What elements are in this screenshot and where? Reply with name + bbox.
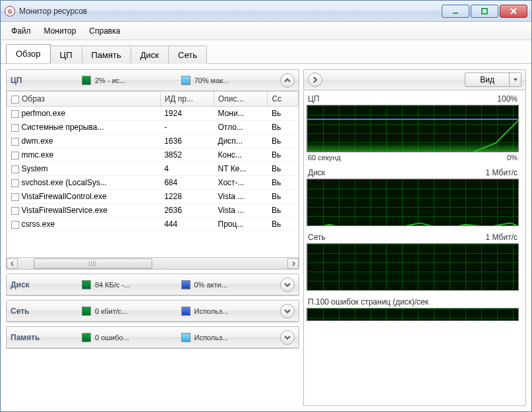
cpu-graph-min: 0% [507,154,517,162]
network-graph-title: Сеть [308,233,326,242]
col-status[interactable]: Сс [268,92,299,107]
table-row[interactable]: dwm.exe1636Дисп...Вь [7,134,299,148]
cell-desc: Отло... [214,121,268,134]
table-row[interactable]: System4NT Ке...Вь [7,162,299,176]
table-row[interactable]: csrss.exe444Проц...Вь [7,218,299,231]
cell-pid: - [160,121,214,134]
titlebar: ⦸ Монитор ресурсов [1,1,531,22]
disk-panel-header[interactable]: Диск 84 КБ/с -... 0% акти... [7,274,299,295]
green-swatch-icon [82,307,91,316]
col-image[interactable]: Образ [7,92,161,107]
right-column: Вид ЦП 100% [303,69,526,406]
disk-graph-max: 1 Мбит/с [486,168,517,177]
cell-status: Вь [268,162,299,176]
cell-pid: 4 [160,162,214,176]
mem-faults-text: 0 ошибо... [95,334,129,341]
view-dropdown[interactable]: Вид [465,73,521,87]
view-label: Вид [465,75,509,84]
row-checkbox[interactable] [11,193,19,201]
row-checkbox[interactable] [11,221,19,229]
disk-panel-title: Диск [11,280,76,289]
window-title: Монитор ресурсов [19,7,442,16]
tab-cpu[interactable]: ЦП [50,45,82,64]
cell-status: Вь [268,148,299,162]
cpu-panel-header[interactable]: ЦП 2% - ис... 70% мак... [7,70,299,91]
row-checkbox[interactable] [11,124,19,132]
cyan-swatch-icon [181,333,191,342]
content: ЦП 2% - ис... 70% мак... [1,64,531,411]
scroll-track[interactable] [18,258,287,269]
cpu-panel-title: ЦП [11,76,76,85]
maximize-button[interactable] [471,5,498,18]
tab-network[interactable]: Сеть [168,45,207,64]
cell-desc: Vista ... [214,204,268,218]
net-util-text: Использ... [194,307,229,315]
scroll-left-button[interactable] [7,258,18,269]
horizontal-scrollbar[interactable] [7,257,299,269]
cell-desc: Vista ... [214,190,268,204]
cell-image: VistaFirewallControl.exe [22,192,107,201]
menu-monitor[interactable]: Монитор [38,24,83,38]
green-swatch-icon [82,333,91,342]
cpu-process-table: Образ ИД пр... Опис... Сс perfmon.exe192… [7,91,299,231]
blue-swatch-icon [181,280,191,289]
row-checkbox[interactable] [11,165,19,173]
disk-io-text: 84 КБ/с -... [95,281,130,289]
col-desc[interactable]: Опис... [214,92,268,107]
table-row[interactable]: svchost.exe (LocalSys...684Хост-...Вь [7,176,299,190]
cell-pid: 1924 [160,107,214,121]
tab-memory[interactable]: Память [82,45,131,64]
graphs-area[interactable]: ЦП 100% 60 секунд 0% [303,90,526,406]
disk-io-metric: 84 КБ/с -... [82,280,176,289]
cell-pid: 1228 [160,190,214,204]
cell-pid: 684 [160,176,214,190]
table-row[interactable]: VistaFirewallControl.exe1228Vista ...Вь [7,190,299,204]
resource-monitor-window: ⦸ Монитор ресурсов Файл Монитор Справка … [0,0,532,412]
expand-network-button[interactable] [280,304,295,318]
tab-overview[interactable]: Обзор [6,44,51,63]
network-panel-title: Сеть [11,307,76,316]
memory-panel-header[interactable]: Память 0 ошибо... Использ... [7,327,299,348]
pagefaults-graph: П.100 ошибок страниц (диск)/сек [307,297,519,321]
table-row[interactable]: Системные прерыва...-Отло...Вь [7,121,299,134]
disk-graph: Диск 1 Мбит/с [307,168,519,226]
hide-graphs-button[interactable] [308,73,322,87]
collapse-cpu-button[interactable] [280,73,295,88]
row-checkbox[interactable] [11,138,19,146]
menu-file[interactable]: Файл [5,24,38,38]
disk-graph-canvas [307,179,519,226]
close-button[interactable] [500,5,527,18]
table-row[interactable]: mmc.exe3852Конс...Вь [7,148,299,162]
cell-desc: Мони... [214,107,268,121]
expand-memory-button[interactable] [280,330,295,345]
row-checkbox[interactable] [11,207,19,215]
tab-disk[interactable]: Диск [131,45,169,64]
cell-image: dwm.exe [22,136,53,146]
disk-active-text: 0% акти... [194,281,227,289]
mem-used-text: Использ... [194,334,229,341]
expand-disk-button[interactable] [280,278,295,292]
row-checkbox[interactable] [11,152,19,160]
scroll-thumb[interactable] [34,258,152,269]
check-all[interactable] [11,96,19,103]
minimize-button[interactable] [442,5,469,18]
disk-active-metric: 0% акти... [181,280,276,289]
menu-help[interactable]: Справка [82,24,127,38]
cpu-graph-max: 100% [497,94,517,103]
table-row[interactable]: perfmon.exe1924Мони...Вь [7,107,299,121]
table-row[interactable]: VistaFirewallService.exe2636Vista ...Вь [7,204,299,218]
network-panel-header[interactable]: Сеть 0 кбит/с... Использ... [7,301,299,322]
memory-panel-title: Память [11,333,76,342]
cpu-usage-text: 2% - ис... [95,76,126,84]
row-checkbox[interactable] [11,179,19,187]
row-checkbox[interactable] [11,110,19,118]
pagefaults-graph-canvas [307,308,519,321]
grip-icon [89,261,97,266]
scroll-right-button[interactable] [287,258,299,269]
cpu-graph-canvas [307,105,519,152]
cell-status: Вь [268,121,299,134]
cell-pid: 1636 [160,134,214,148]
col-pid[interactable]: ИД пр... [160,92,214,107]
cpu-table-wrap[interactable]: Образ ИД пр... Опис... Сс perfmon.exe192… [7,91,299,257]
cpu-usage-line [307,105,518,152]
